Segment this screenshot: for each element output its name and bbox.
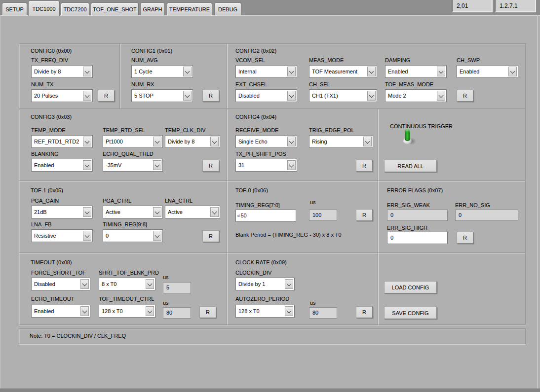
combo-dropdown-button[interactable] (367, 91, 376, 101)
combo-dropdown-button[interactable] (285, 279, 293, 289)
tx-freq-div-select[interactable]: Divide by 8 (31, 65, 93, 78)
combo-dropdown-button[interactable] (210, 207, 219, 217)
combo-dropdown-button[interactable] (210, 137, 219, 146)
tof0-read-button[interactable]: R (356, 209, 373, 221)
combo-dropdown-button[interactable] (83, 160, 91, 170)
combo-dropdown-button[interactable] (83, 207, 91, 217)
field-label: us (310, 300, 316, 306)
vcom-sel-select[interactable]: Internal (235, 65, 297, 78)
clockin-div-select[interactable]: Divide by 1 (235, 278, 295, 290)
save-config-button[interactable]: SAVE CONFIG (384, 307, 437, 319)
combo-dropdown-button[interactable] (153, 231, 161, 241)
num-tx-select[interactable]: 20 Pulses (31, 89, 93, 102)
tx-ph-shift-pos-select[interactable]: 31 (235, 159, 297, 172)
pga-ctrl-select[interactable]: Active (103, 206, 163, 218)
lna-ctrl-select[interactable]: Active (165, 206, 220, 218)
temp-rtd-sel-select[interactable]: Pt1000 (103, 135, 163, 148)
combo-dropdown-button[interactable] (153, 137, 161, 146)
num-rx-select[interactable]: 5 STOP (131, 89, 193, 102)
config4-read-button[interactable]: R (356, 160, 373, 172)
combo-dropdown-button[interactable] (153, 160, 161, 170)
tab-tdc7200[interactable]: TDC7200 (61, 2, 89, 15)
pga-gain-select[interactable]: 21dB (31, 206, 93, 218)
combo-dropdown-button[interactable] (153, 207, 161, 217)
combo-dropdown-button[interactable] (83, 67, 91, 76)
combo-dropdown-button[interactable] (367, 67, 376, 76)
damping-select[interactable]: Enabled (385, 65, 447, 78)
read-all-button[interactable]: READ ALL (384, 160, 437, 172)
echo-qual-thld-select[interactable]: -35mV (103, 159, 163, 172)
chevron-down-icon (185, 69, 190, 74)
field-label: us (163, 300, 169, 306)
tab-graph[interactable]: GRAPH (140, 2, 165, 15)
combo-dropdown-button[interactable] (287, 91, 296, 101)
config0-read-button[interactable]: R (98, 90, 115, 102)
combo-dropdown-button[interactable] (146, 306, 154, 316)
chevron-down-icon (289, 93, 294, 98)
combo-dropdown-button[interactable] (437, 67, 445, 76)
combo-dropdown-button[interactable] (287, 137, 296, 146)
tab-setup[interactable]: SETUP (2, 2, 27, 15)
selected-value: 31 (238, 162, 244, 168)
timeout-read-button[interactable]: R (199, 306, 216, 318)
tab-strip: SETUP TDC1000 TDC7200 TOF_ONE_SHOT GRAPH… (0, 0, 540, 15)
combo-dropdown-button[interactable] (80, 306, 89, 316)
temp-mode-select[interactable]: REF_RTD1_RTD2 (31, 135, 93, 148)
temp-clk-div-select[interactable]: Divide by 8 (165, 135, 220, 148)
err-sig-high-field[interactable]: 0 (387, 232, 448, 244)
field-label: us (310, 199, 316, 205)
echo-timeout-select[interactable]: Enabled (31, 305, 90, 318)
continuous-trigger-toggle[interactable] (402, 129, 419, 148)
num-avg-select[interactable]: 1 Cycle (131, 65, 193, 78)
selected-value: 5 STOP (134, 93, 154, 99)
group-title-clock-rate: CLOCK RATE (0x09) (235, 259, 287, 265)
combo-dropdown-button[interactable] (83, 231, 91, 241)
load-config-button[interactable]: LOAD CONFIG (384, 281, 437, 293)
selected-value: Rising (312, 139, 327, 144)
chevron-down-icon (85, 93, 90, 98)
combo-dropdown-button[interactable] (285, 306, 293, 316)
combo-dropdown-button[interactable] (287, 67, 296, 76)
lna-fb-select[interactable]: Resistive (31, 229, 93, 242)
ch-swp-select[interactable]: Enabled (457, 65, 518, 78)
tof-meas-mode-select[interactable]: Mode 2 (385, 89, 447, 102)
tof1-read-button[interactable]: R (202, 230, 219, 242)
combo-dropdown-button[interactable] (437, 91, 445, 101)
chevron-down-icon (212, 139, 217, 144)
combo-dropdown-button[interactable] (83, 91, 91, 101)
combo-dropdown-button[interactable] (183, 91, 192, 101)
tab-temperature[interactable]: TEMPERATURE (167, 2, 212, 15)
timing-reg-98-select[interactable]: 0 (103, 229, 163, 242)
combo-dropdown-button[interactable] (83, 137, 91, 146)
ext-chsel-select[interactable]: Disabled (235, 89, 297, 102)
combo-dropdown-button[interactable] (80, 279, 89, 289)
combo-dropdown-button[interactable] (363, 137, 372, 146)
err-no-sig-indicator: 0 (455, 210, 518, 221)
ch-sel-select[interactable]: CH1 (TX1) (309, 89, 377, 102)
combo-dropdown-button[interactable] (183, 67, 192, 76)
shrt-tof-blnk-prd-select[interactable]: 8 x T0 (99, 278, 155, 290)
config3-read-button[interactable]: R (202, 160, 219, 172)
tab-debug[interactable]: DEBUG (214, 2, 241, 15)
field-label: PGA_GAIN (31, 198, 59, 204)
combo-dropdown-button[interactable] (146, 279, 154, 289)
chevron-down-icon (289, 139, 294, 144)
tof-timeout-ctrl-select[interactable]: 128 x T0 (99, 305, 155, 318)
meas-mode-select[interactable]: TOF Measurement (309, 65, 377, 78)
blanking-select[interactable]: Enabled (31, 159, 93, 172)
clock-rate-read-button[interactable]: R (356, 306, 373, 318)
selected-value: CH1 (TX1) (312, 93, 338, 99)
tab-tof-one-shot[interactable]: TOF_ONE_SHOT (91, 2, 139, 15)
config1-read-button[interactable]: R (202, 90, 219, 102)
force-short-tof-select[interactable]: Disabled (31, 278, 90, 290)
selected-value: 21dB (34, 209, 47, 215)
config2-read-button[interactable]: R (457, 90, 473, 102)
error-flags-read-button[interactable]: R (457, 232, 473, 244)
tab-tdc1000[interactable]: TDC1000 (28, 0, 60, 16)
receive-mode-select[interactable]: Single Echo (235, 135, 297, 148)
trig-edge-pol-select[interactable]: Rising (309, 135, 373, 148)
combo-dropdown-button[interactable] (508, 67, 517, 76)
combo-dropdown-button[interactable] (287, 160, 296, 170)
autozero-period-select[interactable]: 128 x T0 (235, 305, 295, 318)
timing-reg-input[interactable]: d50 (235, 210, 296, 222)
